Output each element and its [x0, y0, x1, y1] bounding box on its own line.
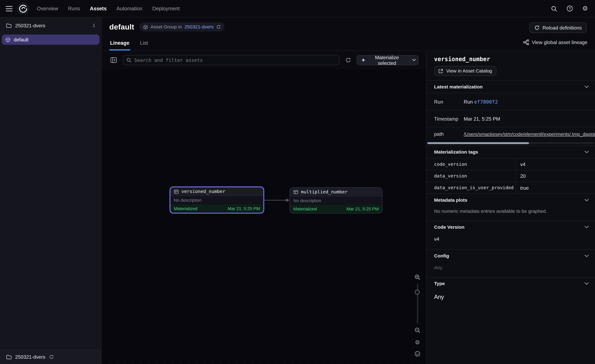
- run-id-link[interactable]: ef7800f2: [474, 99, 498, 104]
- scrollbar-track[interactable]: [427, 142, 594, 144]
- asset-sidebar: 250321-dvers 1 default 250321-dvers: [0, 17, 102, 364]
- materialize-dropdown-button[interactable]: [410, 55, 418, 65]
- zoom-slider[interactable]: [413, 281, 421, 326]
- view-tabs: Lineage List: [109, 40, 149, 50]
- nav-assets[interactable]: Assets: [90, 6, 107, 11]
- asset-node-name: multiplied_number: [301, 189, 347, 195]
- nav-runs[interactable]: Runs: [68, 6, 80, 11]
- lineage-canvas[interactable]: versioned_number No description Material…: [102, 69, 426, 364]
- asset-node-status: Materialized: [293, 207, 317, 211]
- tag-key: code_version: [426, 158, 515, 170]
- section-header-type[interactable]: Type: [426, 277, 595, 290]
- zoom-out-button[interactable]: [413, 326, 421, 334]
- asset-node-multiplied-number[interactable]: multiplied_number No description Materia…: [290, 187, 382, 213]
- sidebar-group-row[interactable]: 250321-dvers 1: [0, 17, 101, 34]
- asset-node-status: Materialized: [174, 206, 197, 211]
- materialize-selected-button[interactable]: Materialize selected: [357, 55, 410, 65]
- reload-icon: [534, 25, 539, 30]
- detail-label: Run: [426, 99, 464, 104]
- asset-search-input[interactable]: [134, 57, 336, 63]
- refresh-icon: [345, 57, 351, 63]
- materialize-split-button: Materialize selected: [357, 55, 418, 65]
- timestamp-value: Mar 21, 5:25 PM: [464, 116, 595, 122]
- tab-list[interactable]: List: [139, 40, 149, 50]
- chevron-down-icon: [584, 199, 589, 202]
- page-header: default Asset Group in 250321-dvers: [102, 17, 595, 51]
- section-header-metadata-plots[interactable]: Metadata plots: [426, 194, 595, 206]
- view-in-asset-catalog-button[interactable]: View in Asset Catalog: [434, 66, 496, 76]
- asset-search-box: [122, 55, 340, 65]
- svg-text:?: ?: [568, 7, 571, 11]
- zoom-slider-handle[interactable]: [415, 290, 420, 295]
- zoom-in-icon: [414, 274, 421, 280]
- detail-row-path: path /Users/smackesey/stm/code/elementl/…: [426, 127, 595, 140]
- section-header-code-version[interactable]: Code Version: [426, 221, 595, 233]
- view-global-lineage-link[interactable]: View global asset lineage: [523, 39, 587, 45]
- settings-button[interactable]: ⚙: [581, 5, 589, 12]
- section-code-version: Code Version v4: [426, 221, 595, 250]
- section-metadata-plots: Metadata plots No numeric metadata entri…: [426, 194, 595, 221]
- code-version-value: v4: [426, 233, 595, 250]
- asset-node-status-row: Materialized Mar 21, 5:25 PM: [170, 204, 263, 213]
- horizontal-scrollbar: [426, 141, 595, 146]
- path-link[interactable]: /Users/smackesey/stm/code/elementl/exper…: [464, 132, 595, 137]
- panel-header: versioned_number View in Asset Catalog: [426, 51, 595, 80]
- dagster-logo-icon: [17, 2, 29, 15]
- sidebar-item-default[interactable]: default: [2, 35, 99, 45]
- canvas-controls: ⚙: [413, 273, 422, 358]
- panel-toggle-icon: [110, 57, 117, 63]
- section-title: Type: [434, 281, 445, 286]
- asset-node-description: No description: [170, 196, 263, 204]
- section-header-latest-materialization[interactable]: Latest materialization: [426, 80, 595, 93]
- refresh-graph-button[interactable]: [344, 56, 352, 65]
- scrollbar-thumb[interactable]: [427, 142, 529, 144]
- refresh-icon: [49, 355, 54, 360]
- reload-definitions-button[interactable]: Reload definitions: [529, 22, 587, 33]
- chevron-down-icon: [584, 282, 589, 285]
- section-title: Config: [434, 253, 449, 259]
- badge-refresh-button[interactable]: [216, 25, 221, 29]
- asset-node-name: versioned_number: [181, 189, 225, 194]
- asset-title: versioned_number: [434, 56, 588, 63]
- search-button[interactable]: [550, 5, 558, 12]
- help-icon: ?: [567, 5, 573, 12]
- graph-settings-button[interactable]: ⚙: [413, 338, 421, 346]
- feedback-button[interactable]: [413, 350, 421, 358]
- asset-node-timestamp: Mar 21, 5:25 PM: [228, 206, 260, 211]
- dagster-logo[interactable]: [17, 2, 29, 15]
- asset-group-badge: Asset Group in 250321-dvers: [139, 22, 225, 31]
- lineage-edge: [264, 197, 290, 203]
- nav-automation[interactable]: Automation: [116, 6, 142, 11]
- badge-group-link[interactable]: 250321-dvers: [184, 24, 213, 29]
- detail-label: Timestamp: [426, 116, 464, 122]
- tag-value: v4: [515, 158, 595, 170]
- refresh-icon: [216, 25, 221, 29]
- code-location-footer[interactable]: 250321-dvers: [0, 350, 101, 364]
- section-config: Config Any: [426, 250, 595, 277]
- section-latest-materialization: Latest materialization Run Run ef7800f2 …: [426, 80, 595, 146]
- tag-value: true: [515, 182, 595, 193]
- zoom-out-icon: [414, 327, 421, 333]
- run-prefix: Run: [464, 99, 474, 104]
- asset-node-versioned-number[interactable]: versioned_number No description Material…: [170, 187, 264, 213]
- nav-deployment[interactable]: Deployment: [152, 6, 180, 11]
- section-header-config[interactable]: Config: [426, 250, 595, 262]
- hamburger-menu-button[interactable]: [3, 2, 16, 15]
- lineage-graph-area: Materialize selected: [102, 51, 426, 364]
- asset-node-description: No description: [290, 196, 382, 205]
- section-type: Type Any: [426, 277, 595, 304]
- reload-location-button[interactable]: [49, 355, 54, 360]
- help-button[interactable]: ?: [566, 5, 574, 12]
- chevron-down-icon: [412, 59, 416, 61]
- nav-overview[interactable]: Overview: [37, 6, 58, 11]
- expand-panel-button[interactable]: [109, 55, 118, 65]
- tab-lineage[interactable]: Lineage: [109, 40, 130, 50]
- chevron-down-icon: [584, 151, 589, 154]
- view-in-asset-catalog-label: View in Asset Catalog: [446, 68, 492, 74]
- search-icon: [126, 58, 131, 63]
- section-header-materialization-tags[interactable]: Materialization tags: [426, 146, 595, 158]
- tag-key: data_version: [426, 170, 515, 182]
- zoom-in-button[interactable]: [413, 273, 421, 281]
- sidebar-group-count: 1: [92, 23, 95, 28]
- folder-icon: [6, 354, 12, 360]
